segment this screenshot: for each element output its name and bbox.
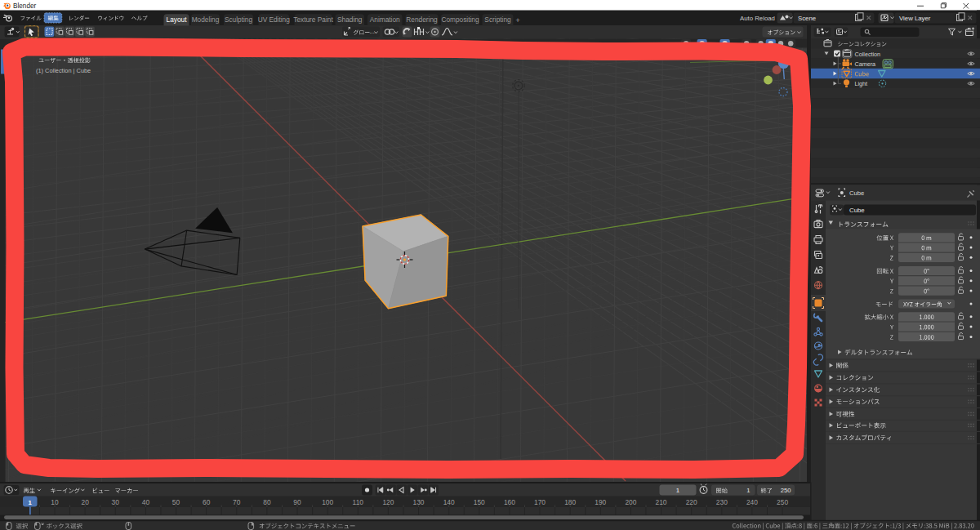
svg-text:+: + [515,16,520,24]
svg-text:Auto Reload: Auto Reload [740,15,775,22]
svg-text:...: ... [370,28,375,35]
svg-text:Light: Light [855,80,868,87]
svg-text:Animation: Animation [370,16,400,24]
svg-text:1: 1 [676,487,679,494]
svg-text:Texture Paint: Texture Paint [293,16,333,24]
svg-text:Scripting: Scripting [484,16,511,24]
svg-text:Shading: Shading [337,16,363,24]
svg-text:Camera: Camera [855,60,876,68]
svg-text:Rendering: Rendering [406,16,438,24]
svg-text:1: 1 [29,499,33,506]
svg-text:UV Editing: UV Editing [258,16,291,24]
svg-text:Layout: Layout [167,16,188,24]
svg-text:250: 250 [781,487,791,494]
svg-text:Modeling: Modeling [192,16,220,24]
svg-text:Compositing: Compositing [441,16,479,24]
svg-text:Scene: Scene [798,15,816,22]
svg-text:View Layer: View Layer [899,15,931,22]
svg-text:1: 1 [746,487,750,494]
svg-text:Cube: Cube [849,207,865,214]
svg-text:Cube: Cube [849,189,864,197]
svg-text:Sculpting: Sculpting [225,16,253,24]
svg-text:Collection: Collection [855,51,881,58]
svg-text:(1) Collection | Cube: (1) Collection | Cube [36,67,91,74]
svg-text:Blender: Blender [13,2,36,10]
